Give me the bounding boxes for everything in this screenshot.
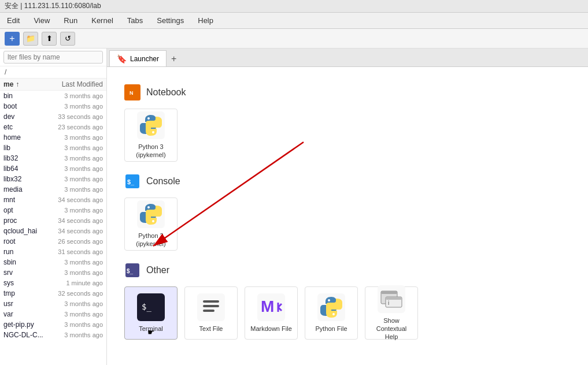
- console-section-icon: $_: [124, 173, 140, 189]
- main-layout: / me ↑ Last Modified bin 3 months ago bo…: [0, 49, 588, 365]
- col-name-header[interactable]: me ↑: [3, 80, 45, 88]
- file-modified: 3 months ago: [45, 134, 103, 141]
- file-row[interactable]: lib64 3 months ago: [0, 163, 106, 174]
- svg-text:$_: $_: [127, 268, 134, 274]
- python3-notebook-item[interactable]: Python 3(ipykernel): [124, 109, 177, 162]
- file-modified: 34 seconds ago: [45, 228, 103, 234]
- console-section-title: Console: [146, 176, 180, 187]
- terminal-item[interactable]: $_ Terminal ☛: [124, 286, 177, 340]
- file-row[interactable]: sbin 3 months ago: [0, 257, 106, 267]
- file-row[interactable]: bin 3 months ago: [0, 91, 106, 101]
- svg-point-8: [147, 206, 150, 208]
- content-area: 🔖 Launcher + N Notebook: [107, 49, 588, 365]
- file-row[interactable]: run 31 seconds ago: [0, 247, 106, 257]
- file-row[interactable]: srv 3 months ago: [0, 267, 106, 278]
- user-info: 安全 | 111.231.15.110:6080/lab: [5, 1, 113, 11]
- file-name: proc: [3, 217, 45, 225]
- file-name: usr: [3, 300, 45, 308]
- refresh-button[interactable]: ↺: [60, 32, 75, 46]
- pythonfile-item[interactable]: Python File: [305, 286, 358, 340]
- textfile-label: Text File: [199, 325, 223, 333]
- menu-view[interactable]: View: [31, 15, 52, 26]
- file-modified: 34 seconds ago: [45, 196, 103, 203]
- upload-button[interactable]: 📁: [23, 32, 38, 46]
- file-name: NGC-DL-C...: [3, 331, 45, 339]
- file-row[interactable]: dev 33 seconds ago: [0, 111, 106, 122]
- file-name: lib64: [3, 165, 45, 173]
- file-row[interactable]: var 3 months ago: [0, 309, 106, 319]
- file-row[interactable]: libx32 3 months ago: [0, 174, 106, 184]
- file-row[interactable]: home 3 months ago: [0, 132, 106, 143]
- menu-edit[interactable]: Edit: [5, 15, 22, 26]
- file-modified: 3 months ago: [45, 311, 103, 318]
- menu-run[interactable]: Run: [61, 15, 80, 26]
- file-modified: 3 months ago: [45, 103, 103, 110]
- help-icon: i: [378, 285, 405, 313]
- file-row[interactable]: media 3 months ago: [0, 184, 106, 195]
- file-row[interactable]: lib 3 months ago: [0, 143, 106, 153]
- new-item-button[interactable]: +: [5, 32, 20, 46]
- file-row[interactable]: qcloud_hai 34 seconds ago: [0, 226, 106, 236]
- tab-launcher[interactable]: 🔖 Launcher: [109, 50, 167, 66]
- upload-icon: ⬆: [46, 34, 53, 43]
- file-name: sbin: [3, 258, 45, 266]
- svg-point-4: [152, 131, 154, 133]
- tab-label: Launcher: [130, 55, 159, 63]
- sidebar-path: /: [0, 66, 106, 79]
- file-modified: 33 seconds ago: [45, 113, 103, 120]
- col-modified-header[interactable]: Last Modified: [45, 80, 103, 88]
- svg-rect-16: [203, 305, 219, 307]
- file-modified: 3 months ago: [45, 259, 103, 266]
- file-row[interactable]: sys 1 minute ago: [0, 278, 106, 288]
- file-row[interactable]: get-pip.py 3 months ago: [0, 319, 106, 330]
- file-row[interactable]: NGC-DL-C... 3 months ago: [0, 330, 106, 340]
- file-modified: 23 seconds ago: [45, 124, 103, 131]
- sidebar-header: me ↑ Last Modified: [0, 79, 106, 91]
- file-name: get-pip.py: [3, 321, 45, 329]
- upload-file-button[interactable]: ⬆: [42, 32, 57, 46]
- python3-console-item[interactable]: Python 3(ipykernel): [124, 198, 177, 251]
- svg-text:i: i: [388, 300, 389, 306]
- notebook-grid: Python 3(ipykernel): [124, 109, 571, 162]
- file-modified: 3 months ago: [45, 165, 103, 172]
- file-modified: 3 months ago: [45, 332, 103, 338]
- menu-help[interactable]: Help: [195, 15, 216, 26]
- search-input[interactable]: [3, 51, 103, 64]
- refresh-icon: ↺: [65, 34, 71, 43]
- file-name: lib: [3, 144, 45, 152]
- python-console-icon: [137, 200, 165, 228]
- svg-point-9: [152, 220, 154, 222]
- launcher: N Notebook P: [107, 67, 588, 365]
- textfile-item[interactable]: Text File: [184, 286, 238, 340]
- file-row[interactable]: lib32 3 months ago: [0, 153, 106, 163]
- file-row[interactable]: etc 23 seconds ago: [0, 122, 106, 132]
- menu-tabs[interactable]: Tabs: [125, 15, 145, 26]
- file-row[interactable]: proc 34 seconds ago: [0, 215, 106, 226]
- toolbar: + 📁 ⬆ ↺: [0, 29, 588, 49]
- file-modified: 26 seconds ago: [45, 238, 103, 245]
- folder-icon: 📁: [26, 34, 35, 43]
- menu-kernel[interactable]: Kernel: [89, 15, 116, 26]
- file-row[interactable]: tmp 32 seconds ago: [0, 288, 106, 299]
- markdown-item[interactable]: M Markdown File: [245, 286, 298, 340]
- svg-rect-25: [381, 291, 397, 294]
- menu-settings[interactable]: Settings: [154, 15, 186, 26]
- file-row[interactable]: usr 3 months ago: [0, 299, 106, 309]
- file-name: root: [3, 237, 45, 245]
- terminal-icon: $_: [137, 293, 165, 321]
- new-tab-button[interactable]: +: [167, 51, 181, 66]
- file-row[interactable]: opt 3 months ago: [0, 205, 106, 215]
- file-row[interactable]: root 26 seconds ago: [0, 236, 106, 247]
- sidebar-files: bin 3 months ago boot 3 months ago dev 3…: [0, 91, 106, 365]
- pythonfile-icon: [317, 293, 345, 321]
- top-bar: 安全 | 111.231.15.110:6080/lab: [0, 0, 588, 13]
- svg-rect-17: [203, 310, 215, 312]
- notebook-section-icon: N: [124, 84, 140, 100]
- file-row[interactable]: boot 3 months ago: [0, 101, 106, 111]
- svg-point-22: [332, 313, 335, 315]
- terminal-label: Terminal: [139, 325, 163, 333]
- svg-text:M: M: [261, 297, 274, 315]
- contextual-help-item[interactable]: i ShowContextualHelp: [365, 286, 418, 340]
- file-row[interactable]: mnt 34 seconds ago: [0, 195, 106, 205]
- svg-rect-15: [203, 300, 219, 303]
